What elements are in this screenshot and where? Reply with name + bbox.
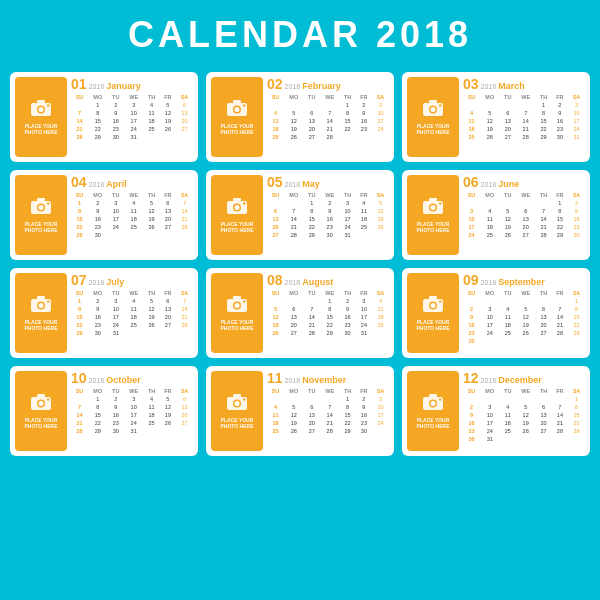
cal-day: 28 [176, 321, 193, 329]
cal-day: 20 [536, 321, 552, 329]
cal-day: 4 [144, 101, 160, 109]
cal-day: 1 [340, 101, 356, 109]
day-header-we: WE [124, 289, 144, 297]
cal-day [500, 435, 516, 443]
cal-day: 25 [144, 125, 160, 133]
cal-day: 5 [516, 403, 536, 411]
cal-day [176, 133, 193, 141]
day-header-th: TH [340, 387, 356, 395]
month-name: November [302, 376, 346, 385]
cal-day: 4 [144, 395, 160, 403]
cal-day: 25 [267, 427, 284, 435]
svg-rect-43 [429, 296, 437, 299]
cal-day: 18 [267, 125, 284, 133]
cal-day: 7 [71, 403, 88, 411]
cal-day: 13 [176, 109, 193, 117]
cal-day: 18 [144, 411, 160, 419]
cal-day: 15 [71, 215, 88, 223]
cal-day: 29 [536, 133, 552, 141]
cal-day: 21 [516, 125, 536, 133]
cal-day [304, 395, 320, 403]
cal-day: 20 [267, 223, 284, 231]
cal-day: 2 [88, 297, 108, 305]
cal-day: 14 [552, 313, 568, 321]
cal-day [284, 199, 304, 207]
cal-day [516, 101, 536, 109]
svg-rect-23 [233, 198, 241, 201]
cal-day [267, 297, 284, 305]
cal-day: 18 [480, 223, 500, 231]
cal-day: 1 [320, 297, 340, 305]
cal-day: 3 [372, 395, 389, 403]
cal-day: 6 [176, 101, 193, 109]
month-year: 2018 [89, 181, 105, 188]
cal-day: 10 [124, 403, 144, 411]
cal-day: 11 [356, 207, 372, 215]
cal-day: 28 [320, 427, 340, 435]
cal-day: 30 [88, 231, 108, 239]
svg-point-32 [39, 303, 44, 308]
day-header-th: TH [536, 191, 552, 199]
month-name: January [106, 82, 141, 91]
cal-day: 19 [267, 321, 284, 329]
cal-day: 28 [552, 329, 568, 337]
cal-day: 10 [356, 305, 372, 313]
day-header-sa: SA [372, 387, 389, 395]
day-header-fr: FR [160, 191, 176, 199]
day-header-fr: FR [356, 191, 372, 199]
cal-day: 22 [568, 321, 585, 329]
cal-day [480, 101, 500, 109]
day-header-tu: TU [304, 93, 320, 101]
cal-day: 2 [356, 101, 372, 109]
cal-day: 2 [356, 395, 372, 403]
month-year: 2018 [285, 181, 301, 188]
cal-day: 12 [516, 313, 536, 321]
cal-day [536, 395, 552, 403]
camera-icon [422, 295, 444, 317]
month-name: October [106, 376, 141, 385]
cal-day: 17 [568, 117, 585, 125]
cal-day: 24 [124, 125, 144, 133]
svg-rect-28 [429, 198, 437, 201]
cal-day [267, 199, 284, 207]
photo-placeholder-text: PLACE YOUR PHOTO HERE [25, 221, 58, 234]
month-name: August [302, 278, 333, 287]
cal-day: 2 [108, 101, 124, 109]
cal-day: 31 [480, 435, 500, 443]
camera-icon [422, 99, 444, 121]
cal-day: 8 [536, 109, 552, 117]
day-header-th: TH [536, 93, 552, 101]
cal-day: 25 [463, 133, 480, 141]
cal-day: 16 [88, 313, 108, 321]
cal-day [108, 231, 124, 239]
cal-day: 26 [144, 223, 160, 231]
cal-day: 19 [284, 125, 304, 133]
cal-day: 25 [500, 329, 516, 337]
day-header-tu: TU [304, 387, 320, 395]
cal-day [463, 101, 480, 109]
cal-day [356, 133, 372, 141]
cal-day: 11 [144, 403, 160, 411]
cal-day: 9 [463, 411, 480, 419]
month-year: 2018 [89, 83, 105, 90]
cal-day: 12 [267, 313, 284, 321]
cal-day: 16 [463, 321, 480, 329]
cal-day: 31 [340, 231, 356, 239]
day-header-we: WE [320, 289, 340, 297]
month-number: 01 [71, 77, 87, 91]
cal-day [480, 297, 500, 305]
cal-day: 20 [500, 125, 516, 133]
cal-day: 8 [568, 403, 585, 411]
month-number: 12 [463, 371, 479, 385]
camera-icon [226, 295, 248, 317]
cal-day [284, 101, 304, 109]
cal-day: 6 [516, 207, 536, 215]
cal-day: 30 [552, 133, 568, 141]
photo-area-06: PLACE YOUR PHOTO HERE [407, 175, 459, 255]
cal-day: 5 [144, 297, 160, 305]
cal-day: 14 [71, 117, 88, 125]
cal-day: 9 [320, 207, 340, 215]
cal-day: 11 [500, 313, 516, 321]
cal-day [552, 435, 568, 443]
month-year: 2018 [481, 181, 497, 188]
